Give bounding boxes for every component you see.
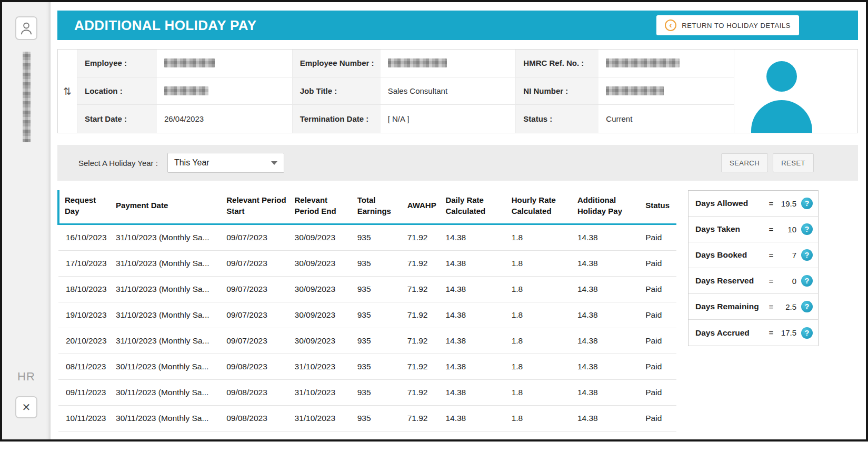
employee-field-label: Employee : <box>77 50 157 77</box>
cell-daily-rate: 14.38 <box>443 302 509 328</box>
col-relevant-period-end: Relevant Period End <box>293 190 355 224</box>
cell-status: Paid <box>643 379 676 405</box>
cell-period-start: 09/07/2023 <box>224 250 292 276</box>
equals-sign: = <box>767 328 775 337</box>
summary-item-label: Days Remaining <box>695 302 767 311</box>
employee-field-value <box>157 50 292 77</box>
cell-request-day: 09/11/2023 <box>58 379 114 405</box>
col-status: Status <box>643 190 676 224</box>
cell-hourly-rate: 1.8 <box>510 405 575 431</box>
employee-field-value: Sales Consultant <box>381 77 516 105</box>
main-content: ADDITIONAL HOLIDAY PAY ‹ RETURN TO HOLID… <box>51 2 866 431</box>
page: HR ✕ ADDITIONAL HOLIDAY PAY ‹ RETURN TO … <box>0 0 868 461</box>
cell-period-start: 09/08/2023 <box>224 354 292 379</box>
cell-hourly-rate: 1.8 <box>510 302 575 328</box>
cell-hourly-rate: 1.8 <box>510 276 575 302</box>
table-row: 16/10/2023 31/10/2023 (Monthly Sa... 09/… <box>58 224 676 250</box>
employee-info-grid: Employee : Employee Number : <box>77 50 734 133</box>
table-row: 19/10/2023 31/10/2023 (Monthly Sa... 09/… <box>58 302 676 328</box>
cell-request-day: 19/10/2023 <box>58 302 114 328</box>
cell-payment-date: 31/10/2023 (Monthly Sa... <box>114 328 224 354</box>
summary-item-value: 17.5 <box>775 328 796 337</box>
filter-bar: Select A Holiday Year : This Year SEARCH… <box>57 145 858 181</box>
cell-request-day: 16/10/2023 <box>58 224 114 250</box>
table-row: 09/11/2023 30/11/2023 (Monthly Sa... 09/… <box>58 379 676 405</box>
cell-period-end: 30/09/2023 <box>293 276 355 302</box>
employee-field-label: Status : <box>515 105 598 133</box>
cell-period-end: 31/10/2023 <box>293 405 355 431</box>
cell-total-earnings: 935 <box>355 405 405 431</box>
cell-total-earnings: 935 <box>355 379 405 405</box>
col-daily-rate: Daily Rate Calculated <box>443 190 509 224</box>
cell-status: Paid <box>643 276 676 302</box>
cell-daily-rate: 14.38 <box>443 328 509 354</box>
sort-column: ⇅ <box>58 50 77 133</box>
summary-item-label: Days Reserved <box>695 276 767 286</box>
col-awahp: AWAHP <box>405 190 444 224</box>
user-profile-button[interactable] <box>15 16 37 40</box>
cell-payment-date: 30/11/2023 (Monthly Sa... <box>114 405 224 431</box>
cell-additional-holiday-pay: 14.38 <box>575 224 643 250</box>
redacted-value <box>388 58 447 67</box>
summary-item: Days Taken = 10 ? <box>689 217 818 242</box>
cell-period-end: 31/10/2023 <box>293 379 355 405</box>
equals-sign: = <box>767 277 775 286</box>
holiday-year-select[interactable]: This Year <box>167 153 284 173</box>
cell-awahp: 71.92 <box>405 354 444 379</box>
cell-status: Paid <box>643 405 676 431</box>
cell-payment-date: 31/10/2023 (Monthly Sa... <box>114 276 224 302</box>
summary-item: Days Allowed = 19.5 ? <box>689 191 818 217</box>
holiday-year-selected-value: This Year <box>174 158 209 168</box>
employee-field-value: [ N/A ] <box>381 105 516 133</box>
help-icon[interactable]: ? <box>801 198 813 209</box>
cell-total-earnings: 935 <box>355 354 405 379</box>
cell-period-start: 09/07/2023 <box>224 276 292 302</box>
help-icon[interactable]: ? <box>801 275 813 287</box>
cell-awahp: 71.92 <box>405 328 444 354</box>
summary-item-value: 7 <box>775 251 796 260</box>
reset-button[interactable]: RESET <box>773 153 814 172</box>
table-row: 08/11/2023 30/11/2023 (Monthly Sa... 09/… <box>58 354 676 379</box>
page-header-bar: ADDITIONAL HOLIDAY PAY ‹ RETURN TO HOLID… <box>57 11 858 40</box>
avatar-body <box>751 100 812 133</box>
help-icon[interactable]: ? <box>801 249 813 261</box>
filter-actions: SEARCH RESET <box>721 153 814 172</box>
employee-field-label: Termination Date : <box>292 105 381 133</box>
content-body: Request Day Payment Date Relevant Period… <box>57 190 858 431</box>
employee-field-label: Job Title : <box>292 77 381 105</box>
summary-item: Days Reserved = 0 ? <box>689 268 818 294</box>
search-button[interactable]: SEARCH <box>721 153 768 172</box>
summary-item-label: Days Booked <box>695 250 767 260</box>
employee-field-value <box>598 50 734 77</box>
summary-item: Days Accrued = 17.5 ? <box>689 320 818 346</box>
summary-item-value: 10 <box>775 225 796 234</box>
summary-item-label: Days Accrued <box>695 328 767 338</box>
cell-daily-rate: 14.38 <box>443 405 509 431</box>
help-icon[interactable]: ? <box>801 327 813 339</box>
cell-additional-holiday-pay: 14.38 <box>575 276 643 302</box>
cell-payment-date: 31/10/2023 (Monthly Sa... <box>114 250 224 276</box>
help-icon[interactable]: ? <box>801 301 813 312</box>
cell-awahp: 71.92 <box>405 379 444 405</box>
table-row: 10/11/2023 30/11/2023 (Monthly Sa... 09/… <box>58 405 676 431</box>
cell-hourly-rate: 1.8 <box>510 379 575 405</box>
cell-period-end: 30/09/2023 <box>293 250 355 276</box>
cell-additional-holiday-pay: 14.38 <box>575 379 643 405</box>
employee-field-label: Employee Number : <box>292 50 381 77</box>
cell-total-earnings: 935 <box>355 328 405 354</box>
close-button[interactable]: ✕ <box>15 396 37 418</box>
sidebar-redacted-text <box>23 52 31 142</box>
table-header-row: Request Day Payment Date Relevant Period… <box>58 190 676 224</box>
help-icon[interactable]: ? <box>801 223 813 235</box>
employee-photo-cell <box>734 50 857 133</box>
cell-daily-rate: 14.38 <box>443 250 509 276</box>
sort-icon[interactable]: ⇅ <box>63 85 72 97</box>
employee-field-value <box>598 77 734 105</box>
cell-hourly-rate: 1.8 <box>510 328 575 354</box>
return-to-holiday-details-button[interactable]: ‹ RETURN TO HOLIDAY DETAILS <box>656 15 799 35</box>
holiday-year-label: Select A Holiday Year : <box>78 159 158 168</box>
cell-total-earnings: 935 <box>355 302 405 328</box>
equals-sign: = <box>767 302 775 311</box>
cell-request-day: 20/10/2023 <box>58 328 114 354</box>
cell-period-end: 30/09/2023 <box>293 302 355 328</box>
